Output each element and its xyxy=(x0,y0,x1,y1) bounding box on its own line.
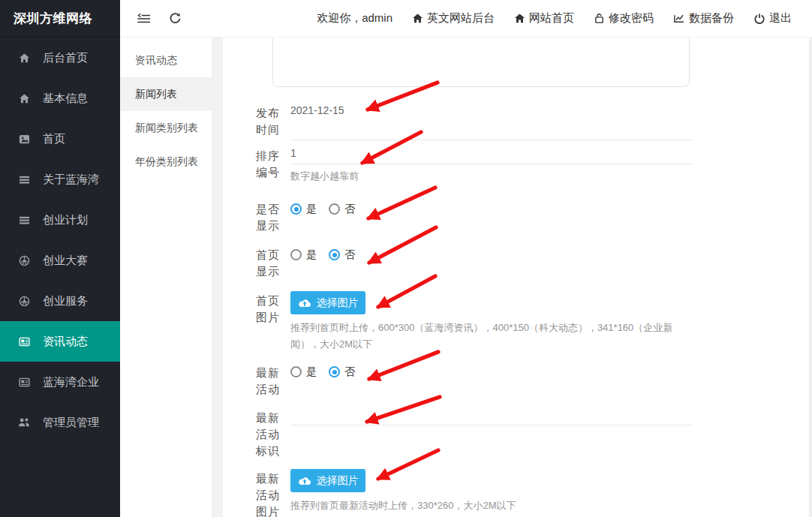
topbar-link-site-home[interactable]: 网站首页 xyxy=(514,11,574,26)
latest-image-pick-button[interactable]: 选择图片 xyxy=(290,469,365,492)
content-textarea[interactable] xyxy=(272,38,690,87)
sidebar-item-admin-manage[interactable]: 管理员管理 xyxy=(0,402,120,443)
latest-activity-radio-group: 是 否 xyxy=(290,365,367,378)
latest-activity-label: 最新活动 xyxy=(256,365,283,398)
home-image-hint: 推荐到首页时上传，600*300（蓝海湾资讯），400*150（科大动态），34… xyxy=(290,320,692,353)
sidebar-item-news[interactable]: 资讯动态 xyxy=(0,321,120,362)
news-icon xyxy=(18,376,30,388)
sort-number-hint: 数字越小越靠前 xyxy=(290,168,692,185)
visible-radio-yes[interactable] xyxy=(290,203,302,215)
home-image-pick-button-label: 选择图片 xyxy=(317,296,359,310)
home-image-label: 首页图片 xyxy=(256,293,283,326)
news-edit-form: 发布时间 2021-12-15 排序编号 1 数字越小越靠前 是否显示 是 否 … xyxy=(223,38,809,517)
home-show-label: 首页显示 xyxy=(256,247,283,280)
home-image-pick-button[interactable]: 选择图片 xyxy=(290,291,365,314)
sidebar-item-label: 创业服务 xyxy=(43,294,88,308)
sidebar-item-label: 基本信息 xyxy=(43,92,88,106)
sidebar-item-label: 资讯动态 xyxy=(43,335,88,349)
sidebar-item-label: 创业大赛 xyxy=(43,254,88,268)
publish-time-underline xyxy=(290,140,692,140)
power-icon xyxy=(753,13,765,25)
latest-tag-label: 最新活动标识 xyxy=(256,410,283,459)
latest-activity-radio-no-label[interactable]: 否 xyxy=(344,365,355,379)
scrollbar[interactable] xyxy=(809,38,812,517)
latest-image-hint: 推荐到首页最新活动时上传，330*260，大小2M以下 xyxy=(290,497,692,514)
collapse-menu-icon[interactable] xyxy=(137,13,151,25)
chart-icon xyxy=(673,13,685,24)
home-show-radio-yes-label[interactable]: 是 xyxy=(306,248,317,262)
sidebar-item-label: 管理员管理 xyxy=(43,416,99,430)
cloud-upload-icon xyxy=(298,298,311,308)
visible-radio-group: 是 否 xyxy=(290,203,367,215)
admin-app: 深圳方维网络 后台首页 基本信息 首页 关于蓝海湾 创业计划 创业大赛 创业服务 xyxy=(0,0,812,517)
sidebar-item-about[interactable]: 关于蓝海湾 xyxy=(0,159,120,200)
publish-time-input[interactable]: 2021-12-15 xyxy=(290,103,344,118)
topbar-link-label: 修改密码 xyxy=(609,11,654,26)
home-show-radio-group: 是 否 xyxy=(290,248,367,261)
sidebar: 深圳方维网络 后台首页 基本信息 首页 关于蓝海湾 创业计划 创业大赛 创业服务 xyxy=(0,0,120,517)
list-icon xyxy=(18,173,30,185)
latest-activity-radio-yes-label[interactable]: 是 xyxy=(306,365,317,379)
sidebar-item-venture-service[interactable]: 创业服务 xyxy=(0,281,120,321)
list-icon xyxy=(18,214,30,226)
visible-radio-no-label[interactable]: 否 xyxy=(344,203,355,216)
latest-image-label: 最新活动图片 xyxy=(256,470,283,517)
publish-time-label: 发布时间 xyxy=(256,105,283,138)
news-icon xyxy=(18,335,30,347)
sidebar-item-venture-contest[interactable]: 创业大赛 xyxy=(0,240,120,281)
home-icon xyxy=(18,52,30,64)
welcome-text: 欢迎你，admin xyxy=(317,11,392,26)
lock-icon xyxy=(594,13,605,24)
sidebar-item-label: 关于蓝海湾 xyxy=(43,173,99,187)
sidebar-item-venture-plan[interactable]: 创业计划 xyxy=(0,200,120,240)
sidebar-item-homepage[interactable]: 首页 xyxy=(0,119,120,159)
soccer-icon xyxy=(18,295,30,307)
home-icon xyxy=(18,92,30,104)
topbar-link-label: 英文网站后台 xyxy=(427,11,495,26)
submenu-item-year-category-list[interactable]: 年份类别列表 xyxy=(120,145,212,179)
sort-number-input[interactable]: 1 xyxy=(290,146,296,161)
topbar-link-change-password[interactable]: 修改密码 xyxy=(594,11,654,26)
home-show-radio-no-label[interactable]: 否 xyxy=(344,248,355,262)
visible-radio-yes-label[interactable]: 是 xyxy=(306,203,317,216)
home-show-radio-yes[interactable] xyxy=(290,249,302,260)
latest-activity-radio-no[interactable] xyxy=(329,366,340,377)
sidebar-item-enterprises[interactable]: 蓝海湾企业 xyxy=(0,362,120,402)
home-show-radio-no[interactable] xyxy=(329,249,340,260)
cloud-upload-icon xyxy=(298,476,311,486)
latest-image-pick-button-label: 选择图片 xyxy=(317,474,359,488)
soccer-icon xyxy=(18,254,30,266)
refresh-icon[interactable] xyxy=(169,12,182,25)
latest-tag-input[interactable] xyxy=(290,407,692,425)
topbar-right: 欢迎你，admin 英文网站后台 网站首页 修改密码 数据备份 退出 xyxy=(317,11,792,26)
topbar-link-data-backup[interactable]: 数据备份 xyxy=(673,11,734,26)
sidebar-item-label: 后台首页 xyxy=(43,51,88,65)
sidebar-item-label: 首页 xyxy=(43,132,65,146)
latest-activity-radio-yes[interactable] xyxy=(290,366,302,377)
topbar-link-label: 退出 xyxy=(769,11,792,26)
submenu-title-news[interactable]: 资讯动态 xyxy=(120,44,212,77)
home-icon xyxy=(412,13,423,24)
sort-number-label: 排序编号 xyxy=(256,148,283,181)
submenu-item-news-list[interactable]: 新闻列表 xyxy=(120,77,212,111)
app-logo: 深圳方维网络 xyxy=(0,0,120,38)
topbar: 欢迎你，admin 英文网站后台 网站首页 修改密码 数据备份 退出 xyxy=(120,0,812,38)
sidebar-item-label: 蓝海湾企业 xyxy=(43,375,99,389)
submenu-item-news-category-list[interactable]: 新闻类别列表 xyxy=(120,111,212,145)
sort-number-underline xyxy=(290,146,692,164)
visible-label: 是否显示 xyxy=(256,201,283,234)
image-icon xyxy=(18,133,30,145)
home-icon xyxy=(514,13,525,24)
submenu-panel: 资讯动态 新闻列表 新闻类别列表 年份类别列表 xyxy=(120,38,212,517)
sidebar-item-basic-info[interactable]: 基本信息 xyxy=(0,78,120,119)
sidebar-item-label: 创业计划 xyxy=(43,213,88,227)
topbar-link-label: 网站首页 xyxy=(529,11,574,26)
sidebar-item-dashboard[interactable]: 后台首页 xyxy=(0,38,120,78)
topbar-link-english-admin[interactable]: 英文网站后台 xyxy=(412,11,495,26)
topbar-link-logout[interactable]: 退出 xyxy=(753,11,792,26)
users-icon xyxy=(18,416,30,428)
visible-radio-no[interactable] xyxy=(329,203,340,215)
topbar-link-label: 数据备份 xyxy=(689,11,734,26)
